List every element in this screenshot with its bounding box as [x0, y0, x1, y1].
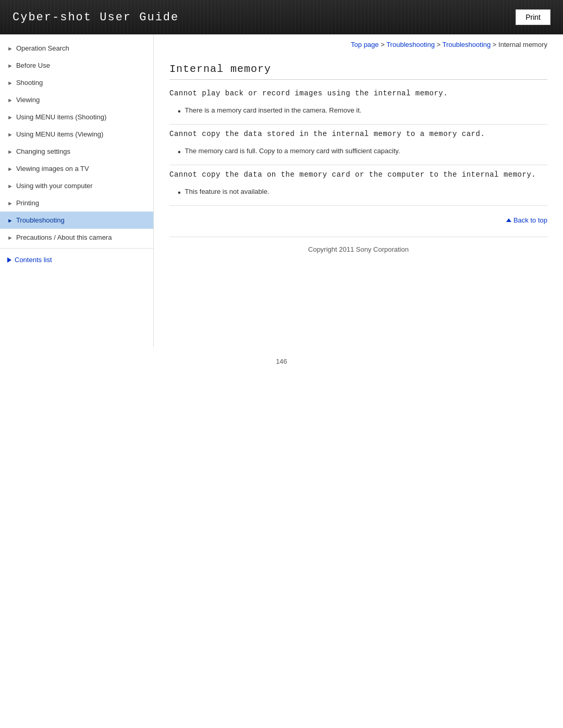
sidebar-item-viewing[interactable]: ► Viewing — [0, 91, 153, 108]
sidebar-item-viewing-tv[interactable]: ► Viewing images on a TV — [0, 160, 153, 177]
breadcrumb-sep2: > — [435, 41, 443, 48]
section-3: Cannot copy the data on the memory card … — [169, 169, 547, 206]
section-2: Cannot copy the data stored in the inter… — [169, 129, 547, 165]
sidebar-item-label: Using with your computer — [16, 182, 93, 190]
section-3-bullet-1: • This feature is not available. — [169, 186, 547, 199]
back-to-top-link[interactable]: Back to top — [506, 216, 547, 224]
arrow-icon: ► — [7, 131, 13, 138]
arrow-icon: ► — [7, 63, 13, 69]
arrow-icon: ► — [7, 217, 13, 224]
breadcrumb-sep1: > — [379, 41, 387, 48]
main-layout: ► Operation Search ► Before Use ► Shooti… — [0, 34, 563, 347]
section-1-bullet-1: • There is a memory card inserted in the… — [169, 104, 547, 118]
back-to-top: Back to top — [169, 210, 547, 226]
contents-link-label: Contents list — [15, 256, 52, 264]
copyright-text: Copyright 2011 Sony Corporation — [308, 245, 409, 253]
sidebar-item-before-use[interactable]: ► Before Use — [0, 57, 153, 74]
section-2-title: Cannot copy the data stored in the inter… — [169, 129, 547, 140]
sidebar-item-printing[interactable]: ► Printing — [0, 194, 153, 212]
sidebar-item-operation-search[interactable]: ► Operation Search — [0, 40, 153, 57]
section-3-title: Cannot copy the data on the memory card … — [169, 169, 547, 180]
sidebar-item-changing-settings[interactable]: ► Changing settings — [0, 143, 153, 160]
sidebar-item-label: Precautions / About this camera — [16, 233, 112, 241]
sidebar-item-precautions[interactable]: ► Precautions / About this camera — [0, 229, 153, 246]
triangle-icon — [506, 218, 511, 222]
arrow-icon: ► — [7, 114, 13, 120]
sidebar-item-using-menu-viewing[interactable]: ► Using MENU items (Viewing) — [0, 126, 153, 143]
sidebar-item-troubleshooting[interactable]: ► Troubleshooting — [0, 212, 153, 229]
sidebar-item-using-menu-shooting[interactable]: ► Using MENU items (Shooting) — [0, 108, 153, 126]
breadcrumb-current: Internal memory — [498, 41, 547, 48]
arrow-icon: ► — [7, 45, 13, 52]
sidebar-item-label: Using MENU items (Shooting) — [16, 113, 106, 121]
section-1: Cannot play back or record images using … — [169, 88, 547, 125]
sidebar-item-label: Changing settings — [16, 147, 70, 155]
sidebar-item-label: Operation Search — [16, 44, 69, 52]
arrow-icon: ► — [7, 183, 13, 189]
arrow-icon: ► — [7, 200, 13, 206]
section-1-title: Cannot play back or record images using … — [169, 88, 547, 99]
page-header: Cyber-shot User Guide Print — [0, 0, 563, 34]
contents-list-link[interactable]: Contents list — [0, 251, 153, 269]
bullet-dot-icon: • — [178, 107, 181, 116]
breadcrumb: Top page > Troubleshooting > Troubleshoo… — [169, 34, 547, 57]
footer: Copyright 2011 Sony Corporation — [169, 237, 547, 257]
sidebar-item-label: Printing — [16, 199, 39, 207]
arrow-icon: ► — [7, 97, 13, 103]
section-1-bullet-1-text: There is a memory card inserted in the c… — [185, 106, 362, 114]
sidebar-item-label: Viewing — [16, 96, 40, 104]
arrow-right-icon — [7, 257, 11, 263]
sidebar-item-label: Troubleshooting — [16, 216, 65, 224]
page-number: 146 — [0, 347, 563, 371]
breadcrumb-sep3: > — [491, 41, 498, 48]
sidebar: ► Operation Search ► Before Use ► Shooti… — [0, 34, 154, 347]
arrow-icon: ► — [7, 166, 13, 172]
sidebar-item-label: Before Use — [16, 61, 50, 69]
bullet-dot-icon: • — [178, 189, 181, 197]
sidebar-item-label: Viewing images on a TV — [16, 165, 89, 172]
arrow-icon: ► — [7, 235, 13, 241]
content-area: Top page > Troubleshooting > Troubleshoo… — [154, 34, 563, 273]
back-to-top-label: Back to top — [513, 216, 547, 224]
print-button[interactable]: Print — [516, 9, 550, 25]
app-title: Cyber-shot User Guide — [13, 11, 179, 24]
breadcrumb-top[interactable]: Top page — [351, 41, 379, 48]
breadcrumb-troubleshooting1[interactable]: Troubleshooting — [386, 41, 435, 48]
section-3-bullet-1-text: This feature is not available. — [185, 188, 270, 195]
breadcrumb-troubleshooting2[interactable]: Troubleshooting — [443, 41, 491, 48]
sidebar-item-using-computer[interactable]: ► Using with your computer — [0, 177, 153, 194]
bullet-dot-icon: • — [178, 148, 181, 156]
sidebar-divider — [0, 248, 153, 249]
sidebar-item-label: Shooting — [16, 79, 43, 87]
arrow-icon: ► — [7, 149, 13, 155]
sidebar-item-shooting[interactable]: ► Shooting — [0, 74, 153, 91]
page-title: Internal memory — [169, 57, 547, 80]
section-2-bullet-1: • The memory card is full. Copy to a mem… — [169, 145, 547, 158]
arrow-icon: ► — [7, 80, 13, 86]
section-2-bullet-1-text: The memory card is full. Copy to a memor… — [185, 147, 400, 155]
sidebar-item-label: Using MENU items (Viewing) — [16, 130, 103, 138]
